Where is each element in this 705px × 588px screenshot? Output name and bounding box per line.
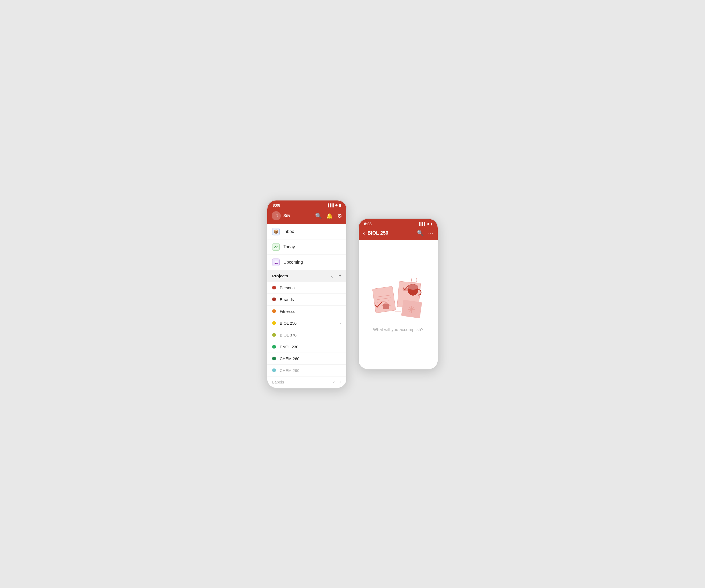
search-icon-detail[interactable]: 🔍 <box>417 230 424 236</box>
detail-title: BIOL 250 <box>368 230 388 236</box>
projects-actions: ⌄ + <box>330 273 341 279</box>
status-bar-right: 8:08 ▐▐▐ ⊛ ▮ <box>359 219 438 228</box>
project-label-fitness: Fitnesss <box>280 309 295 314</box>
search-icon[interactable]: 🔍 <box>315 213 322 219</box>
project-item-personal[interactable]: Personal <box>267 282 346 294</box>
projects-header: Projects ⌄ + <box>267 270 346 282</box>
project-dot-chem260 <box>272 357 276 360</box>
wifi-icon-right: ⊛ <box>426 222 429 226</box>
settings-icon[interactable]: ⚙ <box>337 213 342 219</box>
project-label-chem260: CHEM 260 <box>280 356 299 361</box>
time-right: 8:08 <box>364 222 372 226</box>
project-chevron-biol250: ‹ <box>340 321 341 325</box>
battery-icon-right: ▮ <box>430 222 432 226</box>
detail-actions: 🔍 ⋯ <box>417 230 433 236</box>
svg-point-16 <box>408 284 418 290</box>
inbox-label: Inbox <box>283 229 294 234</box>
wifi-icon: ⊛ <box>335 203 338 207</box>
project-dot-errands <box>272 298 276 301</box>
project-dot-biol370 <box>272 333 276 337</box>
back-button[interactable]: ‹ <box>363 230 365 236</box>
project-label-chem290: CHEM 290 <box>280 368 299 373</box>
avatar: ☽ <box>272 211 281 220</box>
battery-icon: ▮ <box>339 203 341 207</box>
inbox-icon: 📦 <box>272 228 280 235</box>
project-item-chem260[interactable]: CHEM 260 <box>267 353 346 365</box>
project-dot-biol250 <box>272 321 276 325</box>
chevron-down-icon[interactable]: ⌄ <box>330 273 334 279</box>
header-actions: 🔍 🔔 ⚙ <box>315 213 342 219</box>
task-count: 3/5 <box>283 213 290 219</box>
project-label-biol370: BIOL 370 <box>280 333 297 337</box>
upcoming-label: Upcoming <box>283 260 303 265</box>
project-dot-fitness <box>272 309 276 313</box>
more-icon[interactable]: ⋯ <box>428 230 433 236</box>
accomplish-text: What will you accomplish? <box>373 327 423 332</box>
project-item-chem290[interactable]: CHEM 290 <box>267 365 346 376</box>
project-label-errands: Errands <box>280 297 294 302</box>
header-left: ☽ 3/5 <box>272 211 290 220</box>
project-label-personal: Personal <box>280 285 295 290</box>
detail-header: ‹ BIOL 250 🔍 ⋯ <box>359 228 438 240</box>
status-bar-left: 8:08 ▐▐▐ ⊛ ▮ <box>267 200 346 209</box>
project-item-fitness[interactable]: Fitnesss <box>267 306 346 317</box>
signal-icon-right: ▐▐▐ <box>418 222 425 226</box>
signal-icon: ▐▐▐ <box>327 203 334 207</box>
nav-item-today[interactable]: 22 Today <box>267 239 346 255</box>
detail-body: What will you accomplish? <box>359 240 438 369</box>
today-label: Today <box>283 244 295 250</box>
left-header: ☽ 3/5 🔍 🔔 ⚙ <box>267 209 346 224</box>
left-phone: 8:08 ▐▐▐ ⊛ ▮ ☽ 3/5 🔍 🔔 ⚙ 📦 Inbox 22 Tod <box>267 200 347 389</box>
upcoming-icon: ☷ <box>272 259 280 266</box>
time-left: 8:08 <box>273 203 280 208</box>
labels-header: Labels ‹ + <box>267 376 346 388</box>
labels-actions: ‹ + <box>333 380 341 385</box>
nav-item-upcoming[interactable]: ☷ Upcoming <box>267 255 346 270</box>
status-icons-right: ▐▐▐ ⊛ ▮ <box>418 222 432 226</box>
project-dot-engl230 <box>272 345 276 349</box>
nav-item-inbox[interactable]: 📦 Inbox <box>267 224 346 239</box>
project-dot-chem290 <box>272 368 276 372</box>
add-label-icon[interactable]: + <box>339 380 341 385</box>
right-phone: 8:08 ▐▐▐ ⊛ ▮ ‹ BIOL 250 🔍 ⋯ <box>358 218 438 370</box>
add-project-icon[interactable]: + <box>338 273 341 279</box>
detail-header-left: ‹ BIOL 250 <box>363 230 388 236</box>
project-label-biol250: BIOL 250 <box>280 321 297 325</box>
accomplish-illustration <box>371 271 425 320</box>
notification-icon[interactable]: 🔔 <box>326 213 333 219</box>
projects-label: Projects <box>272 274 288 278</box>
sidebar-content: 📦 Inbox 22 Today ☷ Upcoming Projects ⌄ +… <box>267 224 346 388</box>
project-item-biol250[interactable]: BIOL 250 ‹ <box>267 317 346 329</box>
project-label-engl230: ENGL 230 <box>280 345 298 349</box>
today-icon: 22 <box>272 243 280 251</box>
project-item-errands[interactable]: Errands <box>267 294 346 306</box>
svg-rect-6 <box>383 304 389 309</box>
status-icons-left: ▐▐▐ ⊛ ▮ <box>327 203 341 207</box>
labels-chevron-icon[interactable]: ‹ <box>333 380 334 385</box>
project-item-engl230[interactable]: ENGL 230 <box>267 341 346 353</box>
labels-label: Labels <box>272 380 284 384</box>
project-dot-personal <box>272 286 276 289</box>
project-item-biol370[interactable]: BIOL 370 <box>267 329 346 341</box>
